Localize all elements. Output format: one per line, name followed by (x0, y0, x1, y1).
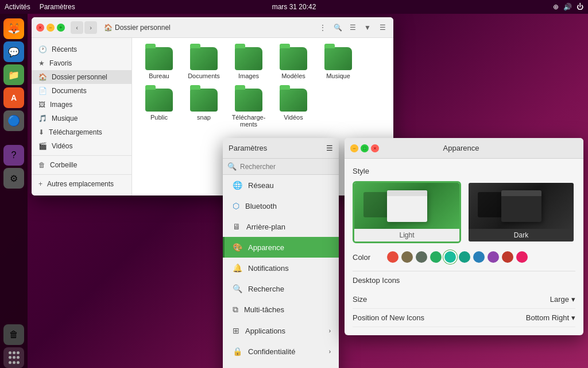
folder-modeles[interactable]: Modèles (273, 45, 314, 82)
color-swatch-magenta[interactable] (502, 251, 513, 263)
folder-bureau[interactable]: Bureau (139, 45, 179, 82)
file-manager-back-button[interactable]: ‹ (71, 21, 83, 34)
sidebar-divider2 (32, 174, 131, 175)
sidebar-item-home[interactable]: 🏠 Dossier personnel (32, 70, 131, 84)
volume-icon[interactable]: 🔊 (563, 3, 572, 11)
file-manager-path: 🏠 Dossier personnel (99, 24, 314, 32)
sidebar-item-recent[interactable]: 🕐 Récents (32, 43, 131, 56)
activities-label[interactable]: Activités (5, 3, 30, 11)
recent-icon: 🕐 (38, 45, 47, 53)
color-swatch-olive[interactable] (401, 251, 413, 263)
folder-videos[interactable]: Vidéos (273, 86, 314, 130)
appearance-close-button[interactable]: × (371, 144, 379, 152)
sidebar-item-music[interactable]: 🎵 Musique (32, 112, 131, 125)
file-manager-sidebar: 🕐 Récents ★ Favoris 🏠 Dossier personnel … (32, 38, 132, 195)
color-swatch-teal[interactable] (459, 251, 470, 263)
dock-apps[interactable] (3, 347, 24, 368)
dock-files[interactable]: 📁 (3, 64, 24, 85)
documents-icon: 📄 (38, 87, 47, 95)
sidebar-item-other[interactable]: + Autres emplacements (32, 177, 131, 191)
file-manager-view-button[interactable]: ☰ (346, 21, 359, 34)
settings-item-notifications[interactable]: 🔔 Notifications (223, 258, 339, 278)
settings-item-arriere-plan[interactable]: 🖥 Arrière-plan (223, 216, 339, 237)
dock-firefox[interactable]: 🦊 (3, 18, 24, 39)
settings-item-recherche[interactable]: 🔍 Recherche (223, 278, 339, 299)
settings-item-apparence[interactable]: 🎨 Apparence (223, 237, 339, 258)
sidebar-item-images[interactable]: 🖼 Images (32, 98, 131, 112)
appearance-window: − □ × Apparence Style Light (345, 138, 583, 335)
color-swatch-purple[interactable] (488, 251, 499, 263)
dock-help[interactable]: ? (3, 145, 24, 166)
appearance-maximize-button[interactable]: □ (361, 144, 369, 152)
size-chevron-icon: ▾ (571, 295, 575, 304)
folder-bureau-icon (145, 47, 173, 70)
settings-menu-label[interactable]: Paramètres (40, 3, 75, 11)
color-swatch-sage[interactable] (416, 251, 427, 263)
settings-item-multitaches[interactable]: ⧉ Multi-tâches (223, 299, 339, 320)
file-manager-list-button[interactable]: ▼ (361, 21, 374, 34)
color-swatch-green[interactable] (430, 251, 442, 263)
sidebar-item-favorites[interactable]: ★ Favoris (32, 56, 131, 70)
position-value-button[interactable]: Bottom Right ▾ (526, 313, 575, 322)
size-value-button[interactable]: Large ▾ (550, 295, 575, 304)
settings-search-input[interactable] (240, 163, 334, 171)
reseau-icon: 🌐 (233, 181, 242, 190)
dock-unknown1[interactable]: 🔵 (3, 110, 24, 131)
applications-arrow-icon: › (329, 328, 331, 334)
dock-messaging[interactable]: 💬 (3, 41, 24, 62)
color-swatch-teal-green[interactable] (444, 251, 456, 263)
network-icon[interactable]: ⊕ (553, 3, 559, 11)
appearance-body: Style Light Dark (345, 159, 583, 335)
multitaches-icon: ⧉ (233, 305, 238, 315)
sidebar-item-downloads[interactable]: ⬇ Téléchargements (32, 125, 131, 139)
power-icon[interactable]: ⏻ (577, 3, 583, 11)
dock: 🦊 💬 📁 A 🔵 ? ⚙ 🗑 (0, 14, 28, 368)
settings-menu-icon[interactable]: ☰ (326, 144, 333, 152)
apparence-icon: 🎨 (233, 243, 242, 252)
style-dark-preview (469, 183, 574, 229)
settings-title: Paramètres (229, 144, 267, 152)
settings-item-reseau[interactable]: 🌐 Réseau (223, 175, 339, 195)
color-row: Color (353, 251, 575, 263)
color-swatch-pink[interactable] (516, 251, 528, 263)
settings-search-bar[interactable]: 🔍 (223, 159, 339, 175)
settings-item-comptes[interactable]: ☁ Comptes en ligne (223, 362, 339, 368)
sidebar-item-trash[interactable]: 🗑 Corbeille (32, 158, 131, 172)
file-manager-titlebar: × − + ‹ › 🏠 Dossier personnel ⋮ 🔍 ☰ ▼ ☰ (32, 17, 393, 38)
settings-item-confidentialite[interactable]: 🔒 Confidentialité › (223, 341, 339, 362)
folder-snap[interactable]: snap (184, 86, 224, 130)
sidebar-item-documents[interactable]: 📄 Documents (32, 84, 131, 98)
file-manager-grid-button[interactable]: ☰ (376, 21, 389, 34)
folder-musique[interactable]: Musique (318, 45, 358, 82)
settings-item-bluetooth[interactable]: ⬡ Bluetooth (223, 195, 339, 216)
folder-documents[interactable]: Documents (184, 45, 224, 82)
file-manager-search-button[interactable]: 🔍 (331, 21, 344, 34)
file-manager-maximize-button[interactable]: + (57, 24, 65, 32)
file-manager-menu-button[interactable]: ⋮ (316, 21, 329, 34)
appearance-minimize-button[interactable]: − (350, 144, 358, 152)
folder-images[interactable]: Images (229, 45, 269, 82)
position-label: Position of New Icons (353, 313, 424, 322)
dock-trash[interactable]: 🗑 (3, 324, 24, 345)
style-light-option[interactable]: Light (353, 181, 461, 243)
sidebar-item-videos[interactable]: 🎬 Vidéos (32, 139, 131, 153)
style-options-container: Light Dark (353, 181, 575, 243)
size-row: Size Large ▾ (353, 290, 575, 309)
appearance-window-buttons: − □ × (350, 144, 379, 152)
style-dark-option[interactable]: Dark (467, 181, 575, 243)
file-manager-close-button[interactable]: × (36, 24, 44, 32)
file-manager-forward-button[interactable]: › (84, 21, 97, 34)
dock-ubuntu[interactable]: A (3, 87, 24, 108)
color-swatch-blue[interactable] (473, 251, 485, 263)
videos-icon: 🎬 (38, 142, 47, 150)
settings-item-applications[interactable]: ⊞ Applications › (223, 320, 339, 341)
folder-telechargements[interactable]: Télécharge­ments (229, 86, 269, 130)
bluetooth-icon: ⬡ (233, 201, 239, 210)
settings-window: Paramètres ☰ 🔍 🌐 Réseau ⬡ Bluetooth 🖥 Ar… (223, 138, 339, 368)
dock-settings[interactable]: ⚙ (3, 168, 24, 189)
folder-public[interactable]: Public (139, 86, 179, 130)
file-manager-minimize-button[interactable]: − (47, 24, 55, 32)
color-swatch-orange[interactable] (387, 251, 399, 263)
folder-public-icon (145, 89, 173, 112)
arriere-plan-icon: 🖥 (233, 222, 241, 231)
